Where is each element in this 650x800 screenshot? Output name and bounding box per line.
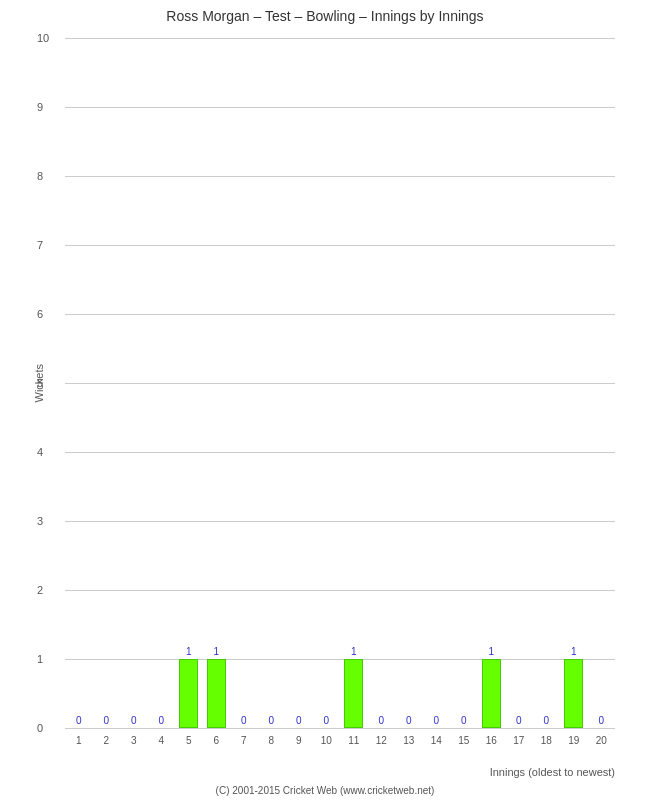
bar-column: 09 <box>285 38 313 728</box>
bar <box>179 659 198 728</box>
plot-area: 0123456789100102030415160708090101110120… <box>65 38 615 728</box>
bar-column: 16 <box>203 38 231 728</box>
y-tick-label: 5 <box>37 377 43 389</box>
zero-label: 0 <box>296 715 302 726</box>
y-tick-label: 10 <box>37 32 49 44</box>
bar-top-label: 1 <box>488 646 494 657</box>
x-tick-label: 18 <box>541 735 552 746</box>
x-tick-label: 1 <box>76 735 82 746</box>
x-tick-label: 12 <box>376 735 387 746</box>
zero-label: 0 <box>598 715 604 726</box>
bar-column: 010 <box>313 38 341 728</box>
bar-column: 04 <box>148 38 176 728</box>
bar-column: 111 <box>340 38 368 728</box>
x-tick-label: 6 <box>213 735 219 746</box>
x-tick-label: 15 <box>458 735 469 746</box>
chart-area: Wickets 01234567891001020304151607080901… <box>25 28 625 783</box>
grid-line <box>65 728 615 729</box>
bar-column: 15 <box>175 38 203 728</box>
zero-label: 0 <box>516 715 522 726</box>
y-tick-label: 0 <box>37 722 43 734</box>
y-tick-label: 4 <box>37 446 43 458</box>
x-tick-label: 11 <box>348 735 359 746</box>
y-tick-label: 2 <box>37 584 43 596</box>
bar-column: 018 <box>533 38 561 728</box>
x-tick-label: 5 <box>186 735 192 746</box>
bar-top-label: 1 <box>351 646 357 657</box>
x-tick-label: 20 <box>596 735 607 746</box>
y-tick-label: 1 <box>37 653 43 665</box>
x-tick-label: 14 <box>431 735 442 746</box>
bar-column: 012 <box>368 38 396 728</box>
x-tick-label: 9 <box>296 735 302 746</box>
bar-column: 116 <box>478 38 506 728</box>
zero-label: 0 <box>158 715 164 726</box>
zero-label: 0 <box>241 715 247 726</box>
zero-label: 0 <box>268 715 274 726</box>
bar <box>207 659 226 728</box>
zero-label: 0 <box>461 715 467 726</box>
bar-top-label: 1 <box>571 646 577 657</box>
x-tick-label: 3 <box>131 735 137 746</box>
bar-column: 017 <box>505 38 533 728</box>
x-tick-label: 10 <box>321 735 332 746</box>
bar <box>344 659 363 728</box>
bar <box>564 659 583 728</box>
footer: (C) 2001-2015 Cricket Web (www.cricketwe… <box>216 785 435 796</box>
zero-label: 0 <box>131 715 137 726</box>
x-tick-label: 4 <box>158 735 164 746</box>
bar-column: 02 <box>93 38 121 728</box>
zero-label: 0 <box>433 715 439 726</box>
chart-container: Ross Morgan – Test – Bowling – Innings b… <box>0 0 650 800</box>
x-tick-label: 17 <box>513 735 524 746</box>
y-tick-label: 3 <box>37 515 43 527</box>
y-tick-label: 7 <box>37 239 43 251</box>
zero-label: 0 <box>406 715 412 726</box>
bar-column: 119 <box>560 38 588 728</box>
x-tick-label: 7 <box>241 735 247 746</box>
x-tick-label: 19 <box>568 735 579 746</box>
bar-column: 013 <box>395 38 423 728</box>
bar-column: 08 <box>258 38 286 728</box>
bar-column: 014 <box>423 38 451 728</box>
y-tick-label: 8 <box>37 170 43 182</box>
bar <box>482 659 501 728</box>
bar-column: 07 <box>230 38 258 728</box>
x-tick-label: 2 <box>103 735 109 746</box>
chart-title: Ross Morgan – Test – Bowling – Innings b… <box>166 8 483 24</box>
y-tick-label: 9 <box>37 101 43 113</box>
x-tick-label: 16 <box>486 735 497 746</box>
zero-label: 0 <box>323 715 329 726</box>
bar-top-label: 1 <box>186 646 192 657</box>
zero-label: 0 <box>76 715 82 726</box>
bar-column: 015 <box>450 38 478 728</box>
zero-label: 0 <box>378 715 384 726</box>
bar-top-label: 1 <box>213 646 219 657</box>
x-tick-label: 13 <box>403 735 414 746</box>
x-axis-title: Innings (oldest to newest) <box>65 766 615 778</box>
bar-column: 01 <box>65 38 93 728</box>
y-tick-label: 6 <box>37 308 43 320</box>
bars-container: 0102030415160708090101110120130140151160… <box>65 38 615 728</box>
bar-column: 020 <box>588 38 616 728</box>
bar-column: 03 <box>120 38 148 728</box>
x-tick-label: 8 <box>268 735 274 746</box>
zero-label: 0 <box>103 715 109 726</box>
zero-label: 0 <box>543 715 549 726</box>
